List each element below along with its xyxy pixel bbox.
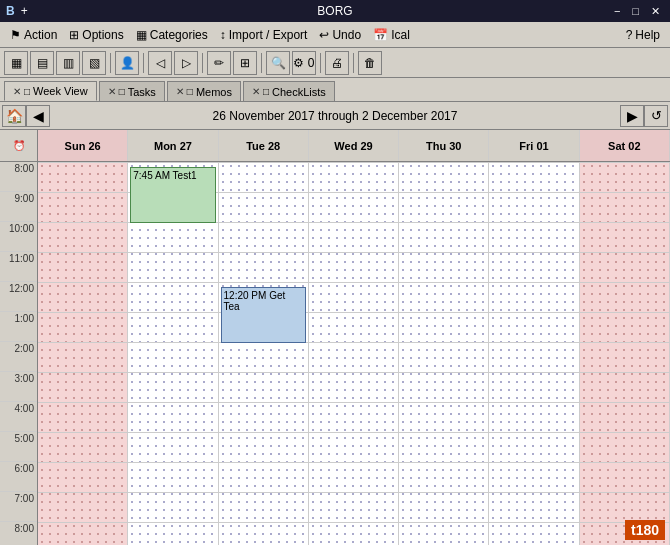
day-column[interactable] (580, 162, 670, 545)
day-column[interactable] (399, 162, 489, 545)
menu-undo[interactable]: ↩ Undo (313, 26, 367, 44)
day-column[interactable] (309, 162, 399, 545)
options-icon: ⊞ (69, 28, 79, 42)
refresh-button[interactable]: ↺ (644, 105, 668, 127)
day-column[interactable] (38, 162, 128, 545)
minimize-button[interactable]: − (610, 5, 624, 18)
hour-line (399, 462, 488, 463)
tool-arrow-left[interactable]: ◁ (148, 51, 172, 75)
hour-line (580, 492, 669, 493)
plus-icon[interactable]: + (21, 4, 28, 18)
days-area: Sun 26Mon 27Tue 28Wed 29Thu 30Fri 01Sat … (38, 130, 670, 545)
title-bar-left: B + (6, 4, 28, 18)
day-header: Tue 28 (219, 130, 309, 161)
tab-memos-close[interactable]: ✕ (176, 86, 184, 97)
tool-arrow-right[interactable]: ▷ (174, 51, 198, 75)
help-icon: ? (626, 28, 633, 42)
tab-memos[interactable]: ✕ □ Memos (167, 81, 241, 101)
hour-line (128, 252, 217, 253)
hour-line (38, 312, 127, 313)
toolbar-sep2 (143, 53, 144, 73)
menu-bar: ⚑ Action ⊞ Options ▦ Categories ↕ Import… (0, 22, 670, 48)
hour-line (309, 372, 398, 373)
hour-line (309, 402, 398, 403)
hour-line (38, 432, 127, 433)
tool-new[interactable]: ⊞ (233, 51, 257, 75)
day-bg-pattern (219, 162, 308, 545)
hour-line (38, 282, 127, 283)
toolbar-sep1 (110, 53, 111, 73)
watermark: t180 (625, 520, 665, 540)
menu-categories-label: Categories (150, 28, 208, 42)
menu-help[interactable]: ? Help (620, 26, 666, 44)
tool-delete[interactable]: 🗑 (358, 51, 382, 75)
hour-line (128, 312, 217, 313)
hour-line (309, 492, 398, 493)
menu-categories[interactable]: ▦ Categories (130, 26, 214, 44)
menu-ical[interactable]: 📅 Ical (367, 26, 416, 44)
back-button[interactable]: ◀ (26, 105, 50, 127)
hour-line (399, 222, 488, 223)
tab-checklists-close[interactable]: ✕ (252, 86, 260, 97)
hour-line (489, 162, 578, 163)
day-column[interactable]: 12:20 PM Get Tea (219, 162, 309, 545)
hour-line (580, 192, 669, 193)
menu-undo-label: Undo (332, 28, 361, 42)
time-slot: 5:00 (0, 432, 37, 462)
menu-action[interactable]: ⚑ Action (4, 26, 63, 44)
close-button[interactable]: ✕ (647, 5, 664, 18)
hour-line (399, 372, 488, 373)
tab-tasks[interactable]: ✕ □ Tasks (99, 81, 165, 101)
tool-grid3[interactable]: ▥ (56, 51, 80, 75)
tool-print[interactable]: 🖨 (325, 51, 349, 75)
calendar-event[interactable]: 12:20 PM Get Tea (221, 287, 306, 343)
hour-line (219, 282, 308, 283)
menu-import-export[interactable]: ↕ Import / Export (214, 26, 314, 44)
hour-line (128, 492, 217, 493)
hour-line (38, 492, 127, 493)
app-icon: B (6, 4, 15, 18)
calendar-event[interactable]: 7:45 AM Test1 (130, 167, 215, 223)
tab-checklists[interactable]: ✕ □ CheckLists (243, 81, 335, 101)
tool-grid1[interactable]: ▦ (4, 51, 28, 75)
hour-line (580, 402, 669, 403)
day-bg-pattern (489, 162, 578, 545)
hour-line (399, 432, 488, 433)
day-header: Wed 29 (309, 130, 399, 161)
next-button[interactable]: ▶ (620, 105, 644, 127)
day-column[interactable] (489, 162, 579, 545)
tab-tasks-close[interactable]: ✕ (108, 86, 116, 97)
home-button[interactable]: 🏠 (2, 105, 26, 127)
hour-line (309, 462, 398, 463)
hour-line (489, 312, 578, 313)
tool-search[interactable]: 🔍 (266, 51, 290, 75)
menu-help-label: Help (635, 28, 660, 42)
tool-edit[interactable]: ✏ (207, 51, 231, 75)
undo-icon: ↩ (319, 28, 329, 42)
tab-checklists-icon: □ (263, 86, 269, 97)
import-export-icon: ↕ (220, 28, 226, 42)
menu-options[interactable]: ⊞ Options (63, 26, 129, 44)
tab-week-view[interactable]: ✕ □ Week View (4, 81, 97, 101)
tab-week-icon: □ (24, 86, 30, 97)
tool-grid4[interactable]: ▧ (82, 51, 106, 75)
time-slot: 10:00 (0, 222, 37, 252)
hour-line (219, 402, 308, 403)
tool-person[interactable]: 👤 (115, 51, 139, 75)
ical-icon: 📅 (373, 28, 388, 42)
time-slot: 9:00 (0, 192, 37, 222)
tab-week-close[interactable]: ✕ (13, 86, 21, 97)
time-slot: 11:00 (0, 252, 37, 282)
hour-line (489, 432, 578, 433)
maximize-button[interactable]: □ (628, 5, 643, 18)
hour-line (399, 282, 488, 283)
tool-settings[interactable]: ⚙ 0 (292, 51, 316, 75)
toolbar-sep5 (320, 53, 321, 73)
hour-line (580, 462, 669, 463)
time-header: ⏰ (0, 130, 37, 162)
tool-grid2[interactable]: ▤ (30, 51, 54, 75)
hour-line (38, 402, 127, 403)
calendar-container: ⏰ 8:009:0010:0011:0012:001:002:003:004:0… (0, 130, 670, 545)
day-column[interactable]: 7:45 AM Test1 (128, 162, 218, 545)
time-slot: 2:00 (0, 342, 37, 372)
